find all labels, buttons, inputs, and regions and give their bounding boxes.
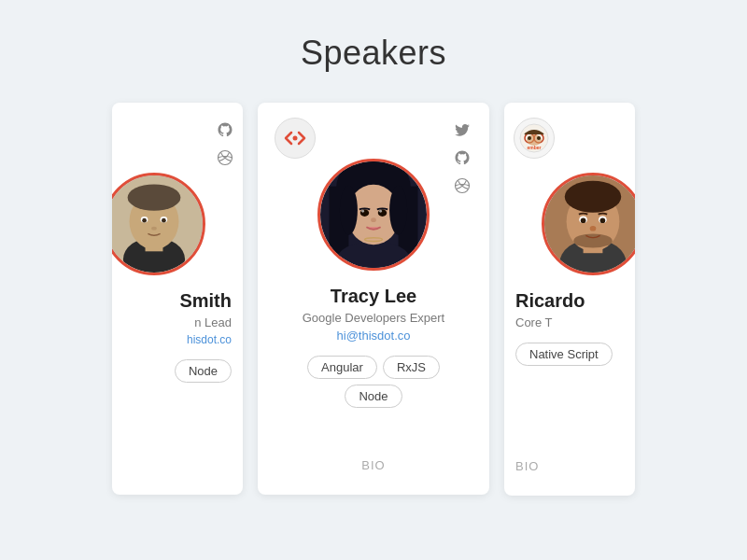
svg-point-6	[128, 184, 181, 210]
avatar-ricardo	[542, 173, 635, 275]
avatar-smith	[112, 173, 205, 275]
tag-native-script[interactable]: Native Script	[515, 343, 613, 366]
tag-angular[interactable]: Angular	[307, 356, 377, 379]
ricardo-role: Core T	[515, 315, 553, 329]
github-icon-tracy[interactable]	[452, 147, 472, 168]
svg-point-11	[151, 227, 157, 231]
tracy-tags: Angular RxJS Node	[276, 356, 471, 408]
github-icon[interactable]	[215, 119, 235, 140]
tracy-bio-link[interactable]: BIO	[361, 458, 385, 472]
svg-point-24	[360, 209, 370, 217]
twitter-icon-tracy[interactable]	[452, 119, 472, 140]
cards-container: Smith n Lead hisdot.co Node	[0, 103, 747, 496]
tag-node-smith[interactable]: Node	[175, 359, 232, 383]
ricardo-bio-link[interactable]: BIO	[515, 385, 539, 473]
smith-tags: Node	[175, 359, 232, 383]
svg-point-44	[565, 181, 622, 213]
code-badge-tracy	[275, 118, 316, 159]
svg-point-9	[142, 218, 147, 223]
ricardo-tags: Native Script	[515, 343, 613, 366]
svg-point-12	[293, 136, 298, 141]
ricardo-name: Ricardo	[515, 290, 585, 312]
svg-text:ember: ember	[527, 145, 541, 150]
speaker-card-smith: Smith n Lead hisdot.co Node	[112, 103, 243, 495]
page-title: Speakers	[301, 34, 446, 73]
smith-role: n Lead	[194, 315, 232, 329]
dribbble-icon[interactable]	[215, 147, 235, 168]
speaker-card-tracy: Tracy Lee Google Developers Expert hi@th…	[258, 103, 489, 495]
tracy-role: Google Developers Expert	[303, 311, 444, 325]
social-icons-tracy	[452, 119, 472, 196]
svg-point-48	[581, 217, 586, 223]
tracy-email[interactable]: hi@thisdot.co	[337, 329, 411, 343]
svg-point-36	[537, 136, 541, 140]
dribbble-icon-tracy[interactable]	[452, 175, 472, 196]
svg-point-10	[162, 218, 166, 223]
svg-point-27	[379, 210, 382, 213]
smith-info: Smith n Lead hisdot.co Node	[112, 290, 232, 401]
svg-point-49	[600, 217, 606, 223]
ricardo-info: Ricardo Core T Native Script BIO	[515, 290, 635, 473]
avatar-image-ricardo	[544, 173, 635, 275]
svg-point-22	[340, 186, 358, 235]
tag-rxjs[interactable]: RxJS	[383, 356, 440, 379]
speaker-card-ricardo: ember	[504, 103, 635, 496]
tag-node[interactable]: Node	[345, 385, 402, 408]
ember-badge-ricardo: ember	[514, 118, 555, 159]
svg-point-23	[389, 186, 407, 235]
svg-point-25	[378, 209, 388, 217]
page-wrapper: Speakers	[0, 0, 747, 560]
svg-point-28	[371, 217, 376, 222]
avatar-image-tracy	[320, 159, 427, 271]
svg-point-45	[573, 233, 613, 247]
smith-email: hisdot.co	[187, 333, 232, 346]
avatar-image-smith	[112, 173, 203, 275]
svg-point-26	[361, 210, 364, 213]
svg-point-50	[590, 226, 597, 231]
social-icons-smith	[215, 119, 235, 168]
smith-name: Smith	[179, 290, 232, 312]
avatar-tracy	[317, 159, 430, 271]
tracy-name: Tracy Lee	[331, 286, 416, 307]
svg-point-35	[528, 136, 531, 140]
